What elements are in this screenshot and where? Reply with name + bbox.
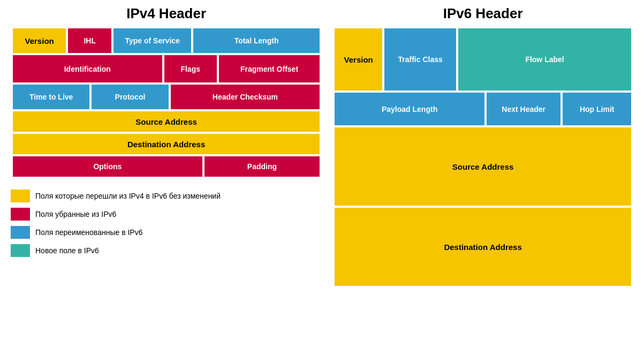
- ipv4-grid: VersionIHLType of ServiceTotal LengthIde…: [11, 26, 322, 179]
- legend-item: Новое поле в IPv6: [11, 244, 322, 257]
- ipv4-title: IPv4 Header: [11, 5, 322, 22]
- ipv4-panel: IPv4 Header VersionIHLType of ServiceTot…: [11, 5, 322, 358]
- header-cell-options: Options: [12, 155, 203, 178]
- header-cell-destination-address: Destination Address: [334, 207, 632, 287]
- legend-item: Поля убранные из IPv6: [11, 208, 322, 221]
- header-cell-time-to-live: Time to Live: [12, 84, 90, 110]
- ipv6-panel: IPv6 Header VersionTraffic ClassFlow Lab…: [332, 5, 633, 358]
- header-cell-source-address: Source Address: [12, 110, 321, 133]
- legend-item: Поля которые перешли из IPv4 в IPv6 без …: [11, 190, 322, 202]
- header-cell-identification: Identification: [12, 54, 163, 84]
- legend-label: Поля которые перешли из IPv4 в IPv6 без …: [35, 192, 221, 200]
- header-cell-source-address: Source Address: [334, 126, 632, 207]
- legend-label: Новое поле в IPv6: [35, 246, 99, 255]
- legend: Поля которые перешли из IPv4 в IPv6 без …: [11, 190, 322, 257]
- header-cell-total-length: Total Length: [192, 27, 321, 54]
- legend-label: Поля убранные из IPv6: [35, 210, 116, 218]
- header-cell-hop-limit: Hop Limit: [562, 92, 632, 126]
- ipv6-grid: VersionTraffic ClassFlow LabelPayload Le…: [332, 26, 633, 288]
- header-cell-flow-label: Flow Label: [457, 27, 632, 92]
- legend-color-box: [11, 190, 30, 202]
- legend-item: Поля переименованные в IPv6: [11, 226, 322, 239]
- header-cell-header-checksum: Header Checksum: [170, 84, 321, 110]
- header-cell-protocol: Protocol: [90, 84, 169, 110]
- header-cell-version: Version: [334, 27, 383, 92]
- header-cell-fragment-offset: Fragment Offset: [218, 54, 321, 84]
- header-cell-padding: Padding: [203, 155, 321, 178]
- legend-color-box: [11, 208, 30, 221]
- legend-color-box: [11, 226, 30, 239]
- header-cell-next-header: Next Header: [486, 92, 562, 126]
- header-cell-version: Version: [12, 27, 67, 54]
- legend-label: Поля переименованные в IPv6: [35, 228, 142, 237]
- legend-color-box: [11, 244, 30, 257]
- header-cell-flags: Flags: [163, 54, 218, 84]
- ipv6-title: IPv6 Header: [332, 5, 633, 22]
- header-cell-ihl: IHL: [67, 27, 112, 54]
- header-cell-traffic-class: Traffic Class: [383, 27, 457, 92]
- header-cell-destination-address: Destination Address: [12, 133, 321, 155]
- header-cell-type-of-service: Type of Service: [112, 27, 192, 54]
- header-cell-payload-length: Payload Length: [334, 92, 486, 126]
